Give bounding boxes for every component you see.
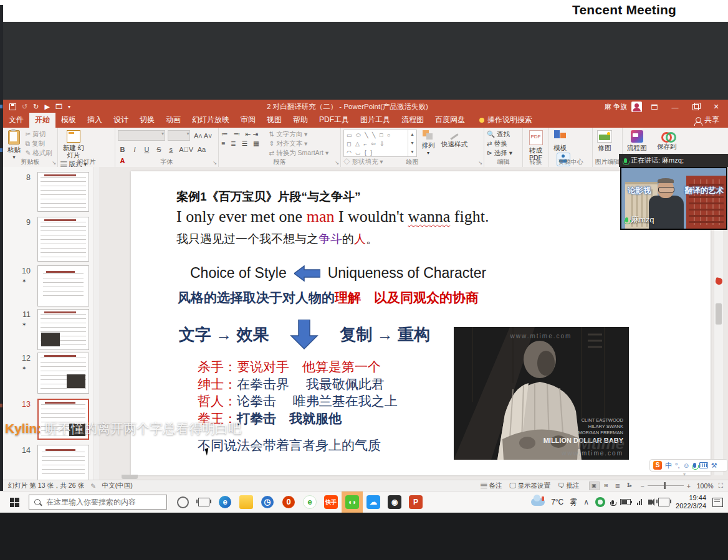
account-avatar[interactable] [631,102,642,112]
tray-tablet-icon[interactable] [658,498,669,506]
presenter-video-tile[interactable]: 论影视 翻译的艺术 麻mzq [620,167,727,230]
restore-icon[interactable] [687,100,704,113]
slide-english-line[interactable]: I only ever met one man I wouldn't wanna… [176,207,489,226]
zoom-slider-thumb[interactable] [664,482,666,489]
weather-temp[interactable]: 7°C [551,498,563,506]
new-slide-button[interactable]: 新建 幻灯片 [60,130,87,159]
share-button[interactable]: 共享 [687,115,728,128]
slide-title[interactable]: 案例1《百万宝贝》片段“与之争斗” [176,189,361,205]
weather-condition[interactable]: 雾 [570,497,577,508]
mapping-line[interactable]: 文字 → 效果 复制 → 重构 [179,320,430,349]
paragraph-dialog-launcher-icon[interactable]: ↘ [335,160,339,166]
slide-thumbnail[interactable] [37,217,89,262]
slide-thumbnail[interactable] [37,309,89,350]
taskbar-kuaishou[interactable]: 快手 [320,491,342,513]
volume-icon[interactable] [648,500,652,505]
smartart-button[interactable]: ⇄ 转换为 SmartArt ▾ [269,148,328,158]
undo-icon[interactable]: ↺ [22,103,27,110]
close-icon[interactable]: ✕ [708,100,724,113]
italic-button[interactable]: I [130,146,139,153]
flowchart-button[interactable]: 流程图 [625,130,649,152]
clipboard-dialog-launcher-icon[interactable]: ↘ [52,160,56,166]
tray-mic-icon[interactable] [611,500,614,505]
ime-toolbar[interactable]: S 中 °, ☺ ⚒ [649,459,728,472]
retouch-button[interactable]: 修图 [595,130,614,152]
copy-button[interactable]: ⧉ 复制 [25,139,52,148]
ime-toolbox-icon[interactable]: ⚒ [711,460,717,471]
character-spacing-icon[interactable]: A⃒V [178,146,194,153]
tab-pdf-tools[interactable]: PDF工具 [314,113,355,128]
tray-chevron-icon[interactable]: ∧ [583,498,589,506]
view-slideshow-button[interactable]: 𝗜▸ [625,482,635,490]
notes-button[interactable]: ▤ 备注 [481,482,502,490]
search-input[interactable] [45,497,153,507]
font-size-select[interactable] [168,130,190,141]
account-name[interactable]: 麻 争旗 [605,102,627,112]
tab-picture-tools[interactable]: 图片工具 [355,113,396,128]
underline-button[interactable]: U [142,146,151,153]
sogou-logo-icon[interactable]: S [653,461,662,470]
taskbar-clock[interactable]: 19:44 2022/3/24 [676,494,706,510]
taskbar-office[interactable]: 0 [278,491,299,513]
ime-collapse-icon[interactable]: ▾ [683,472,686,477]
ime-mode-chinese[interactable]: 中 [665,460,672,471]
tab-baidu-pan[interactable]: 百度网盘 [429,113,471,128]
tray-green-app-icon[interactable] [595,497,605,507]
zoom-level[interactable]: 100% [697,482,714,490]
ribbon-display-options-icon[interactable]: 🗖 [646,100,663,113]
grow-font-icon[interactable]: A˄ [193,132,203,140]
cut-button[interactable]: ✂ 剪切 [25,130,52,139]
taskbar-cloud-app[interactable]: ☁ [363,491,384,513]
change-case-icon[interactable]: Aa [197,146,206,153]
text-direction-button[interactable]: ⇅ 文字方向 ▾ [269,130,328,139]
tab-transitions[interactable]: 切换 [134,113,160,128]
tab-review[interactable]: 审阅 [235,113,261,128]
style-line-zh[interactable]: 风格的选择取决于对人物的理解 以及同观众的协商 [178,289,479,306]
start-button[interactable] [0,491,29,513]
action-center-icon[interactable] [712,498,723,507]
zoom-out-button[interactable]: − [641,482,644,490]
horizontal-scrollbar-piece[interactable] [122,475,138,479]
ime-keyboard-icon[interactable] [699,462,708,468]
slide-thumbnail[interactable] [37,172,89,212]
taskbar-camera-app[interactable]: ◉ [384,491,405,513]
align-text-button[interactable]: ⇕ 对齐文本 ▾ [269,139,328,148]
qat-customize-icon[interactable]: ▾ [68,103,70,110]
template-button[interactable]: 模板 [552,130,568,152]
taskbar-clock-app[interactable]: ◷ [257,491,278,513]
slide-thumbnail[interactable] [37,353,89,394]
taskbar-wechat-active[interactable]: ◖◗ [342,491,363,513]
redo-icon[interactable]: ↻ [33,103,39,110]
tab-slideshow[interactable]: 幻灯片放映 [186,113,235,128]
taskbar-browser360[interactable]: e [299,491,320,513]
preview-icon[interactable]: 🗔 [55,103,62,110]
scrollbar-thumb[interactable] [716,303,722,325]
zoom-in-button[interactable]: + [687,482,691,490]
task-view-button[interactable] [193,491,214,513]
slideshow-icon[interactable]: ▶ [44,103,49,110]
slide-thumbnail[interactable] [37,265,89,306]
drawing-dialog-launcher-icon[interactable]: ↘ [478,160,482,166]
network-signal-icon[interactable] [637,499,642,505]
shrink-font-icon[interactable]: A˅ [203,132,213,140]
battery-icon[interactable] [620,499,631,505]
tab-help[interactable]: 帮助 [287,113,314,128]
view-normal-button[interactable]: ▣ [589,482,600,490]
cortana-button[interactable] [172,491,193,513]
taskbar-explorer[interactable] [236,491,257,513]
tab-flowchart[interactable]: 流程图 [396,113,429,128]
ime-mic-icon[interactable] [693,463,696,468]
list-buttons-row[interactable]: ≔ ≕ ⇤⇥ [221,130,266,139]
tab-animations[interactable]: 动画 [160,113,186,128]
fit-slide-button[interactable]: ⛶ [719,482,723,490]
font-name-select[interactable] [118,130,165,141]
tab-home[interactable]: 开始 [29,113,55,128]
format-painter-button[interactable]: ✎ 格式刷 [25,148,52,158]
comments-button[interactable]: 🗨 批注 [558,482,579,490]
style-line[interactable]: Choice of Style Uniqueness of Character [190,265,486,282]
replace-button[interactable]: ⇄ 替换 [487,139,520,148]
zoom-slider[interactable] [648,485,684,486]
tell-me-search[interactable]: 操作说明搜索 [479,115,532,128]
tab-template[interactable]: 模板 [55,113,82,128]
text-shadow-icon[interactable]: s̲ [166,146,176,153]
